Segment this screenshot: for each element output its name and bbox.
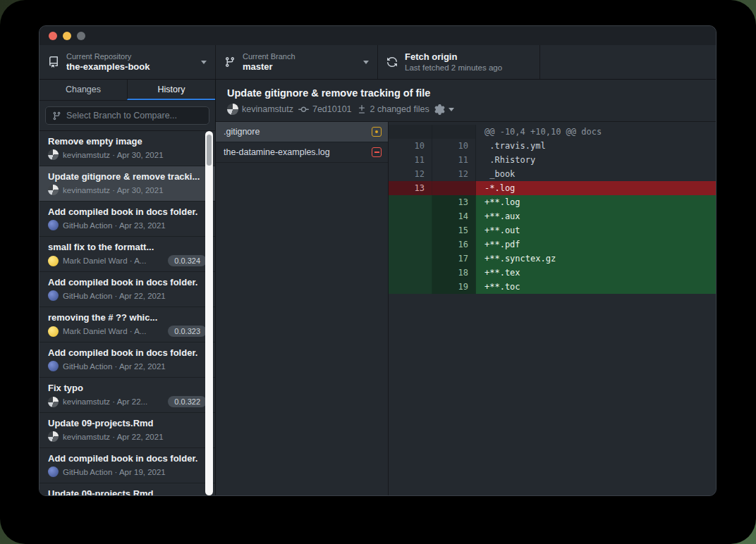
commit-item-meta: kevinamstutz · Apr 30, 2021 [63, 186, 207, 194]
avatar [48, 220, 59, 230]
diff-old-line-number [389, 223, 432, 237]
zoom-window-button[interactable] [77, 32, 85, 40]
diff-old-line-number: 11 [389, 153, 432, 167]
fetch-origin-status: Last fetched 2 minutes ago [405, 63, 531, 73]
avatar [48, 361, 59, 371]
commit-list-item[interactable]: Add compiled book in docs folder. GitHub… [39, 272, 215, 307]
diff-row: 17 +**.synctex.gz [389, 252, 716, 266]
file-name: .gitignore [224, 127, 366, 137]
diff-line-content: +**.tex [476, 266, 716, 280]
current-repository-label: Current Repository [66, 52, 194, 61]
minimize-window-button[interactable] [63, 32, 71, 40]
commit-item-title: removing the # ?? whic... [48, 312, 207, 323]
diff-line-content: .travis.yml [476, 139, 716, 153]
diff-new-line-number: 13 [432, 195, 476, 209]
scrollbar-thumb[interactable] [207, 135, 212, 166]
diff-view: @@ -10,4 +10,10 @@ docs 10 10 .travis.ym… [389, 122, 716, 495]
diff-old-line-number [389, 237, 432, 252]
close-window-button[interactable] [49, 32, 57, 40]
commit-item-meta: Mark Daniel Ward · A... [63, 256, 164, 265]
diff-row: 13 +**.log [389, 195, 716, 209]
commit-item-meta: kevinamstutz · Apr 30, 2021 [63, 151, 207, 159]
compare-branch-input[interactable]: Select Branch to Compare... [45, 106, 209, 125]
commit-list-item[interactable]: Remove empty image kevinamstutz · Apr 30… [39, 131, 215, 166]
commit-list-item[interactable]: Update 09-projects.Rmd kevinamstutz · Ap… [39, 413, 215, 448]
diff-old-line-number: 13 [389, 181, 432, 195]
current-branch-value: master [243, 61, 356, 73]
diff-options-button[interactable] [434, 104, 454, 115]
diff-old-line-number [389, 266, 432, 280]
diff-new-line-number: 17 [432, 252, 476, 266]
diff-new-line-number [432, 125, 476, 139]
diff-line-content: @@ -10,4 +10,10 @@ docs [476, 125, 716, 139]
commit-author: kevinamstutz [242, 104, 293, 114]
diff-new-line-number: 12 [432, 167, 476, 181]
tab-history[interactable]: History [127, 80, 215, 100]
avatar [48, 185, 59, 195]
sync-icon [386, 56, 398, 68]
chevron-down-icon [449, 108, 454, 111]
repo-icon [48, 56, 59, 68]
commit-item-title: Remove empty image [48, 136, 207, 147]
commit-list-item[interactable]: small fix to the formatt... Mark Daniel … [39, 237, 215, 272]
commit-item-title: Update 09-projects.Rmd [48, 488, 207, 495]
diff-new-line-number: 19 [432, 280, 476, 294]
commit-list-item[interactable]: Add compiled book in docs folder. GitHub… [39, 448, 215, 483]
diff-line-content: +**.out [476, 223, 716, 237]
commit-list-item[interactable]: removing the # ?? whic... Mark Daniel Wa… [39, 307, 215, 342]
commit-list-item[interactable]: Update gitignore & remove tracki... kevi… [39, 166, 215, 202]
commit-item-title: Update 09-projects.Rmd [48, 418, 207, 428]
diff-row: 16 +**.pdf [389, 237, 716, 252]
diff-new-line-number: 10 [432, 139, 476, 153]
current-branch-button[interactable]: Current Branch master [216, 45, 378, 79]
gear-icon [434, 104, 445, 115]
diff-old-line-number [389, 125, 432, 139]
commit-item-title: Add compiled book in docs folder. [48, 347, 207, 358]
changed-files-list: .gitignore the-datamine-examples.log [216, 122, 389, 495]
author-avatar [227, 104, 238, 115]
tab-changes[interactable]: Changes [39, 80, 127, 100]
avatar [48, 256, 59, 266]
commit-list-item[interactable]: Add compiled book in docs folder. GitHub… [39, 342, 215, 378]
changed-file-row[interactable]: the-datamine-examples.log [216, 142, 388, 163]
commit-item-meta: kevinamstutz · Apr 22... [63, 397, 164, 406]
diff-row: 11 11 .Rhistory [389, 153, 716, 167]
commit-list-item[interactable]: Update 09-projects.Rmd [39, 483, 215, 495]
current-repository-value: the-examples-book [66, 61, 194, 73]
avatar [48, 149, 59, 160]
commit-item-title: Add compiled book in docs folder. [48, 206, 207, 217]
git-branch-icon [52, 111, 61, 120]
commit-list-item[interactable]: Add compiled book in docs folder. GitHub… [39, 202, 215, 237]
commit-item-meta: GitHub Action · Apr 19, 2021 [63, 468, 207, 476]
commit-item-title: small fix to the formatt... [48, 242, 207, 252]
diff-row: 18 +**.tex [389, 266, 716, 280]
fetch-origin-label: Fetch origin [405, 51, 531, 63]
toolbar: Current Repository the-examples-book Cur… [39, 45, 716, 80]
titlebar[interactable] [39, 26, 716, 45]
commit-item-meta: kevinamstutz · Apr 22, 2021 [63, 433, 207, 441]
commit-list-scrollbar[interactable] [205, 131, 213, 495]
commit-item-meta: GitHub Action · Apr 22, 2021 [63, 292, 207, 300]
github-desktop-window: Current Repository the-examples-book Cur… [39, 25, 717, 496]
file-status-icon [372, 127, 382, 137]
version-badge: 0.0.324 [168, 255, 207, 266]
chevron-down-icon [201, 61, 207, 64]
history-sidebar: Changes History Select Branch to Compare… [39, 80, 216, 495]
commit-list-item[interactable]: Fix typo kevinamstutz · Apr 22... 0.0.32… [39, 378, 215, 413]
diff-line-content: +**.pdf [476, 237, 716, 252]
git-branch-icon [224, 56, 236, 68]
diff-row: 13 -*.log [389, 181, 716, 195]
commit-sha[interactable]: 7ed10101 [312, 104, 352, 114]
current-repository-button[interactable]: Current Repository the-examples-book [39, 45, 216, 79]
diff-new-line-number: 18 [432, 266, 476, 280]
diff-line-content: _book [476, 167, 716, 181]
diff-row: @@ -10,4 +10,10 @@ docs [389, 125, 716, 139]
fetch-origin-button[interactable]: Fetch origin Last fetched 2 minutes ago [378, 45, 540, 79]
diff-old-line-number [389, 195, 432, 209]
changed-file-row[interactable]: .gitignore [216, 122, 388, 142]
diff-row: 14 +**.aux [389, 209, 716, 223]
git-commit-icon [298, 104, 309, 115]
diff-new-line-number: 11 [432, 153, 476, 167]
avatar [48, 326, 59, 337]
avatar [48, 431, 59, 442]
